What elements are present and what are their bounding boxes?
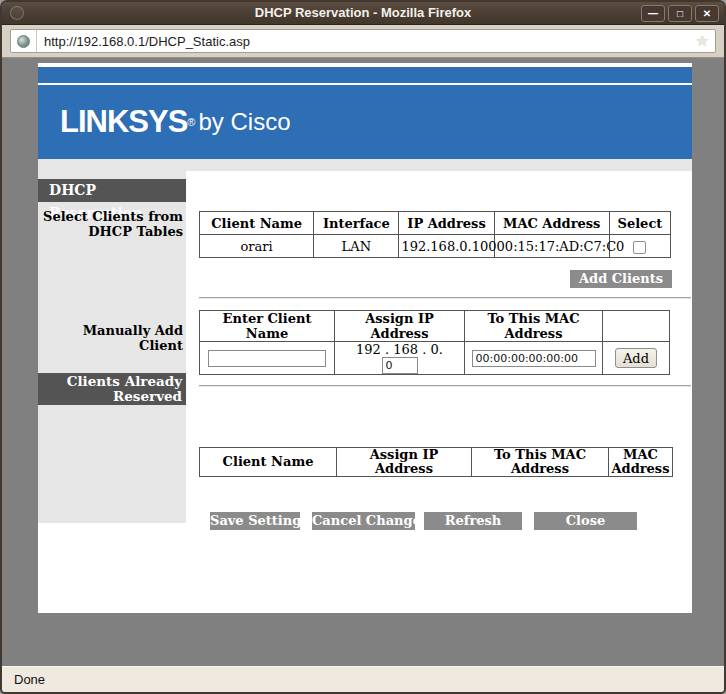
column-header-to-this-mac: To This MAC Address — [465, 311, 603, 342]
linksys-logo: LINKSYS — [60, 104, 187, 140]
dhcp-clients-table: Client Name Interface IP Address MAC Add… — [199, 211, 671, 258]
table-header-row: Client Name Interface IP Address MAC Add… — [200, 212, 671, 235]
select-clients-label: Select Clients from DHCP Tables — [38, 209, 183, 239]
window-title: DHCP Reservation - Mozilla Firefox — [2, 2, 724, 24]
manual-add-table: Enter Client Name Assign IP Address To T… — [199, 310, 670, 375]
column-header-ip-address: IP Address — [399, 212, 494, 235]
sub-header-strip — [38, 159, 692, 171]
close-button[interactable]: ✕ — [695, 5, 719, 22]
status-bar: Done — [2, 666, 724, 692]
column-header-interface: Interface — [314, 212, 399, 235]
cancel-changes-button[interactable]: Cancel Changes — [312, 512, 415, 530]
brand-header: LINKSYS®by Cisco — [38, 85, 692, 159]
cell-client-name: orari — [200, 235, 314, 258]
address-bar[interactable]: http://192.168.0.1/DHCP_Static.asp ★ — [10, 29, 716, 53]
column-header-to-this-mac: To This MAC Address — [472, 448, 609, 477]
column-header-mac-address: MAC Address — [609, 448, 673, 477]
minimize-button[interactable]: — — [641, 5, 665, 22]
column-header-mac-address: MAC Address — [494, 212, 609, 235]
favicon-cell — [11, 30, 37, 52]
navigation-bar: http://192.168.0.1/DHCP_Static.asp ★ — [2, 25, 724, 58]
separator — [199, 385, 691, 387]
maximize-button[interactable]: □ — [668, 5, 692, 22]
add-clients-button[interactable]: Add Clients — [570, 270, 672, 288]
separator — [199, 297, 691, 299]
main-panel: Client Name Interface IP Address MAC Add… — [199, 171, 691, 531]
column-header-empty — [603, 311, 670, 342]
save-settings-button[interactable]: Save Settings — [210, 512, 300, 530]
window-controls: — □ ✕ — [641, 5, 719, 22]
table-header-row: Client Name Assign IP Address To This MA… — [200, 448, 673, 477]
refresh-button[interactable]: Refresh — [424, 512, 522, 530]
ip-last-octet-input[interactable] — [382, 357, 418, 374]
column-header-assign-ip: Assign IP Address — [335, 311, 465, 342]
manually-add-client-label: Manually Add Client — [38, 323, 183, 353]
titlebar[interactable]: DHCP Reservation - Mozilla Firefox — □ ✕ — [2, 2, 724, 25]
cell-mac-address: 00:15:17:AD:C7:C0 — [494, 235, 609, 258]
url-text[interactable]: http://192.168.0.1/DHCP_Static.asp — [37, 34, 250, 49]
status-text: Done — [14, 672, 45, 687]
table-header-row: Enter Client Name Assign IP Address To T… — [200, 311, 670, 342]
add-button[interactable]: Add — [615, 348, 657, 368]
ip-prefix-label: 192 . 168 . 0. — [356, 342, 443, 357]
cell-client-name-input — [200, 342, 335, 375]
column-header-assign-ip: Assign IP Address — [337, 448, 472, 477]
table-row: 192 . 168 . 0. Add — [200, 342, 670, 375]
section-title-dhcp-reservation: DHCP Reservation — [38, 179, 186, 202]
cell-assign-ip: 192 . 168 . 0. — [335, 342, 465, 375]
site-favicon-icon — [17, 35, 30, 48]
close-page-button[interactable]: Close — [534, 512, 637, 530]
column-header-client-name: Client Name — [200, 448, 337, 477]
cell-interface: LAN — [314, 235, 399, 258]
sidebar: DHCP Reservation Select Clients from DHC… — [38, 171, 186, 523]
select-client-checkbox[interactable] — [633, 241, 646, 254]
column-header-client-name: Client Name — [200, 212, 314, 235]
column-header-enter-client-name: Enter Client Name — [200, 311, 335, 342]
cell-mac-input — [465, 342, 603, 375]
top-blue-strip — [38, 67, 692, 83]
column-header-select: Select — [609, 212, 670, 235]
by-cisco-text: by Cisco — [198, 108, 290, 136]
cell-add-button: Add — [603, 342, 670, 375]
client-name-input[interactable] — [208, 350, 326, 367]
section-title-clients-already-reserved: Clients Already Reserved — [38, 373, 186, 405]
mac-address-input[interactable] — [472, 350, 596, 367]
reserved-clients-table: Client Name Assign IP Address To This MA… — [199, 447, 673, 477]
page-viewport: LINKSYS®by Cisco DHCP Reservation Select… — [2, 58, 724, 666]
footer-buttons: Save SettingsCancel ChangesRefreshClose — [210, 512, 691, 531]
cell-ip-address: 192.168.0.100 — [399, 235, 494, 258]
table-row: orari LAN 192.168.0.100 00:15:17:AD:C7:C… — [200, 235, 671, 258]
registered-mark: ® — [187, 116, 195, 128]
bookmark-star-icon[interactable]: ★ — [696, 32, 709, 50]
page-content: LINKSYS®by Cisco DHCP Reservation Select… — [38, 63, 692, 613]
browser-window: DHCP Reservation - Mozilla Firefox — □ ✕… — [0, 0, 726, 694]
